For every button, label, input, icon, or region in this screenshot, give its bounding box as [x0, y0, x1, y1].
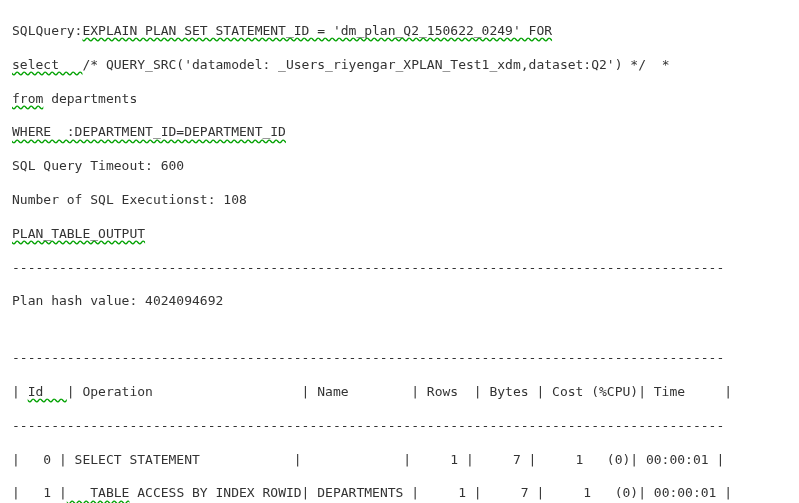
sql-exec-count: Number of SQL Executionst: 108	[12, 190, 787, 211]
divider-text: ----------------------------------------…	[12, 260, 724, 275]
plan-hash-text: Plan hash value: 4024094692	[12, 293, 223, 308]
sql-comment: /* QUERY_SRC('datamodel: _Users_riyengar…	[82, 57, 669, 72]
row2-a: | 1 |	[12, 485, 67, 500]
table-row: | 1 | TABLE ACCESS BY INDEX ROWID| DEPAR…	[12, 483, 787, 503]
sql-line-1: SQLQuery:EXPLAIN PLAN SET STATEMENT_ID =…	[12, 21, 787, 42]
sql-table: departments	[43, 91, 137, 106]
sql-line-4: WHERE :DEPARTMENT_ID=DEPARTMENT_ID	[12, 122, 787, 143]
plan-header: PLAN_TABLE_OUTPUT	[12, 224, 787, 245]
table-row: | 0 | SELECT STATEMENT | | 1 | 7 | 1 (0)…	[12, 450, 787, 471]
label-sqlquery: SQLQuery:	[12, 23, 82, 38]
border-text: ----------------------------------------…	[12, 350, 724, 365]
row-select-stmt: | 0 | SELECT STATEMENT | | 1 | 7 | 1 (0)…	[12, 452, 724, 467]
row2-b: TABLE	[67, 485, 130, 500]
hdr-id: Id	[28, 384, 67, 399]
divider-top: ----------------------------------------…	[12, 258, 787, 279]
table-header-row: | Id | Operation | Name | Rows | Bytes |…	[12, 382, 787, 403]
sql-exec-text: Number of SQL Executionst: 108	[12, 192, 247, 207]
sql-from-kw: from	[12, 91, 43, 106]
sql-line-3: from departments	[12, 89, 787, 110]
border-text-2: ----------------------------------------…	[12, 418, 724, 433]
sql-timeout-text: SQL Query Timeout: 600	[12, 158, 184, 173]
sql-where: WHERE :DEPARTMENT_ID=DEPARTMENT_ID	[12, 124, 286, 139]
sql-explain: EXPLAIN PLAN SET STATEMENT_ID = 'dm_plan…	[82, 23, 552, 38]
hdr-a: |	[12, 384, 28, 399]
table-border-top: ----------------------------------------…	[12, 348, 787, 369]
table-border-mid: ----------------------------------------…	[12, 416, 787, 437]
plan-header-text: PLAN_TABLE_OUTPUT	[12, 226, 145, 241]
row2-c: ACCESS BY INDEX ROWID| DEPARTMENTS | 1 |…	[129, 485, 732, 500]
sql-select-kw: select	[12, 57, 82, 72]
sql-timeout: SQL Query Timeout: 600	[12, 156, 787, 177]
hdr-rest: | Operation | Name | Rows | Bytes | Cost…	[67, 384, 732, 399]
sql-line-2: select /* QUERY_SRC('datamodel: _Users_r…	[12, 55, 787, 76]
plan-hash: Plan hash value: 4024094692	[12, 291, 787, 312]
